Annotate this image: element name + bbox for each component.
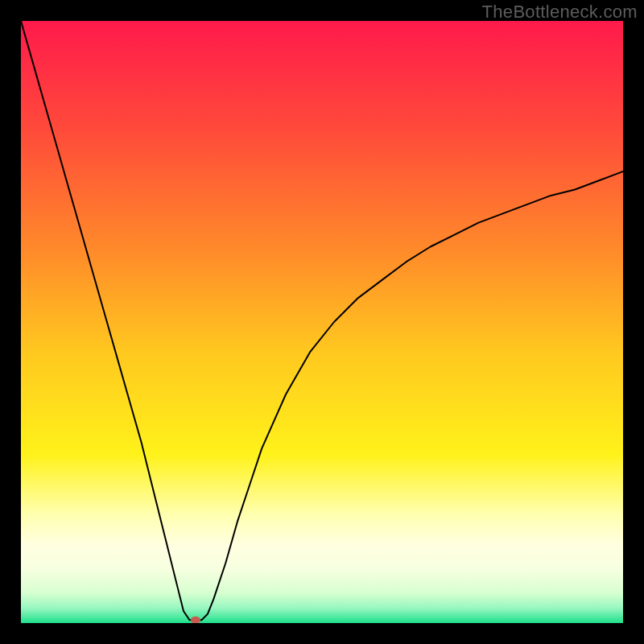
gradient-background: [21, 21, 623, 623]
plot-svg: [21, 21, 623, 623]
chart-frame: TheBottleneck.com: [0, 0, 644, 644]
plot-area: [21, 21, 623, 623]
watermark-text: TheBottleneck.com: [482, 2, 638, 23]
